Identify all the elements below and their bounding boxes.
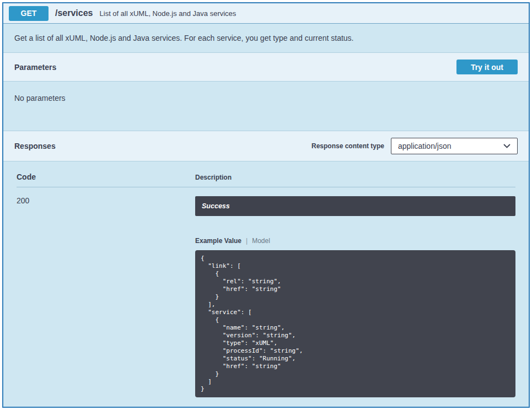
responses-body: Code Description 200 Success Example Val… [3,161,529,407]
parameters-body: No parameters [3,82,529,131]
parameters-section-header: Parameters Try it out [3,52,529,82]
responses-title: Responses [14,142,56,150]
response-description-banner: Success [195,196,515,216]
code-column-header: Code [17,172,195,181]
example-json-code: { "link": [ { "rel": "string", "href": "… [195,250,515,397]
tab-separator: | [246,237,248,245]
try-it-out-button[interactable]: Try it out [456,60,518,74]
response-content-type-select[interactable]: application/json [391,138,518,154]
response-row-200: 200 Success Example Value | Model { "lin… [17,187,515,397]
parameters-title: Parameters [14,63,56,72]
response-code: 200 [17,196,195,397]
description-column-header: Description [195,174,515,181]
response-content-type-control: Response content type application/json [311,138,518,154]
model-example-tabs: Example Value | Model [195,237,515,245]
operation-description: Get a list of all xUML, Node.js and Java… [3,24,529,52]
selected-content-type: application/json [398,142,452,150]
responses-table-header: Code Description [17,172,515,187]
http-method-badge: GET [9,6,49,21]
tab-model[interactable]: Model [252,237,270,245]
tab-example-value[interactable]: Example Value [195,237,241,245]
operation-summary-row[interactable]: GET /services List of all xUML, Node.js … [3,3,529,24]
operation-panel: GET /services List of all xUML, Node.js … [2,2,530,408]
response-content-type-label: Response content type [311,142,384,150]
endpoint-path: /services [55,8,93,18]
responses-section-header: Responses Response content type applicat… [3,131,529,161]
endpoint-summary: List of all xUML, Node.js and Java servi… [100,9,237,18]
response-description-column: Success Example Value | Model { "link": … [195,196,515,397]
no-parameters-message: No parameters [14,94,518,102]
chevron-down-icon [503,144,510,148]
